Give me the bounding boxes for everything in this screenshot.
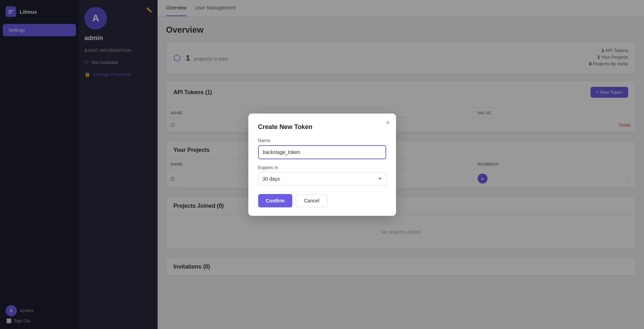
modal-actions: Confirm Cancel <box>258 194 386 207</box>
cancel-button[interactable]: Cancel <box>296 194 327 207</box>
expires-in-select[interactable]: 30 days 60 days 90 days Never <box>258 172 386 186</box>
expires-in-label: Expires In <box>258 165 386 170</box>
create-token-modal: × Create New Token Name Expires In 30 da… <box>248 114 396 216</box>
token-name-input[interactable] <box>258 145 386 159</box>
confirm-button[interactable]: Confirm <box>258 194 293 207</box>
modal-overlay: × Create New Token Name Expires In 30 da… <box>0 0 644 329</box>
modal-title: Create New Token <box>258 123 386 131</box>
name-field-label: Name <box>258 138 386 143</box>
modal-close-button[interactable]: × <box>386 119 390 127</box>
